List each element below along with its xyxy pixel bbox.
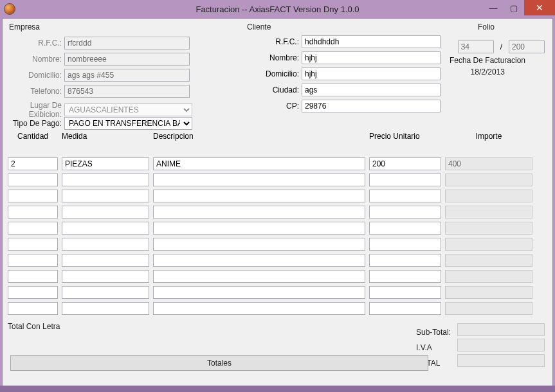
th-descripcion: Descripcion (153, 132, 365, 141)
cantidad-input[interactable] (8, 302, 58, 315)
folio-fecha-label: Fecha De Facturacion (450, 56, 525, 65)
precio-unitario-input[interactable] (369, 206, 441, 218)
bottom-bar (0, 386, 555, 392)
empresa-tipopago-label: Tipo De Pago: (3, 119, 62, 128)
importe-output (445, 238, 532, 251)
importe-output (445, 270, 532, 283)
importe-output (445, 157, 532, 170)
medida-input[interactable] (62, 286, 149, 299)
medida-input[interactable] (62, 238, 149, 251)
empresa-rfc-label: R.F.C.: (3, 39, 62, 48)
importe-output (445, 286, 532, 299)
folio-heading: Folio (478, 22, 495, 31)
descripcion-input[interactable] (153, 286, 365, 299)
precio-unitario-input[interactable] (369, 286, 441, 299)
empresa-telefono-input (64, 85, 190, 98)
importe-output (445, 254, 532, 267)
cliente-domicilio-input[interactable] (302, 67, 441, 80)
cliente-domicilio-label: Domicilio: (257, 69, 299, 78)
table-row (8, 254, 547, 267)
cliente-ciudad-input[interactable] (302, 84, 441, 96)
empresa-nombre-label: Nombre: (3, 55, 62, 64)
cliente-ciudad-label: Ciudad: (257, 85, 299, 94)
cantidad-input[interactable] (8, 286, 58, 299)
cantidad-input[interactable] (8, 270, 58, 283)
descripcion-input[interactable] (153, 157, 365, 170)
descripcion-input[interactable] (153, 190, 365, 202)
total-con-letra-label: Total Con Letra (8, 322, 60, 331)
precio-unitario-input[interactable] (369, 190, 441, 202)
empresa-heading: Empresa (9, 22, 40, 31)
totales-button[interactable]: Totales (10, 355, 428, 371)
descripcion-input[interactable] (153, 254, 365, 267)
table-row (8, 206, 547, 218)
cliente-nombre-input[interactable] (302, 51, 441, 64)
precio-unitario-input[interactable] (369, 157, 441, 170)
table-row (8, 157, 547, 170)
cantidad-input[interactable] (8, 174, 58, 186)
folio-sep: / (496, 42, 506, 51)
medida-input[interactable] (62, 157, 149, 170)
titlebar: Facturacion -- AxiasFACT Version Dny 1.0… (0, 0, 555, 18)
importe-output (445, 206, 532, 218)
descripcion-input[interactable] (153, 302, 365, 315)
medida-input[interactable] (62, 302, 149, 315)
table-row (8, 222, 547, 235)
cliente-cp-label: CP: (257, 102, 299, 111)
precio-unitario-input[interactable] (369, 302, 441, 315)
cliente-rfc-label: R.F.C.: (257, 37, 299, 46)
table-row (8, 174, 547, 186)
empresa-tipopago-select[interactable]: PAGO EN TRANSFERENCIA BANC (64, 117, 192, 130)
empresa-domicilio-input (64, 69, 190, 82)
descripcion-input[interactable] (153, 222, 365, 235)
minimize-button[interactable]: — (483, 0, 504, 15)
th-cantidad: Cantidad (8, 132, 58, 141)
cantidad-input[interactable] (8, 157, 58, 170)
cantidad-input[interactable] (8, 222, 58, 235)
importe-output (445, 174, 532, 186)
cantidad-input[interactable] (8, 206, 58, 218)
medida-input[interactable] (62, 206, 149, 218)
th-importe: Importe (445, 132, 532, 141)
close-button[interactable]: ✕ (524, 0, 555, 15)
empresa-lugar-label: Lugar De Exibicion: (3, 101, 62, 119)
cantidad-input[interactable] (8, 190, 58, 202)
client-area: Empresa R.F.C.: Nombre: Domicilio: Telef… (2, 18, 553, 390)
total-value (457, 354, 545, 367)
cliente-cp-input[interactable] (302, 100, 441, 112)
medida-input[interactable] (62, 222, 149, 235)
table-row (8, 286, 547, 299)
precio-unitario-input[interactable] (369, 270, 441, 283)
descripcion-input[interactable] (153, 270, 365, 283)
precio-unitario-input[interactable] (369, 174, 441, 186)
precio-unitario-input[interactable] (369, 238, 441, 251)
cliente-rfc-input[interactable] (302, 35, 441, 48)
table-row (8, 190, 547, 202)
table-row (8, 270, 547, 283)
th-medida: Medida (62, 132, 149, 141)
empresa-nombre-input (64, 53, 190, 66)
folio-fecha-value: 18/2/2013 (471, 67, 505, 76)
iva-value (457, 339, 545, 352)
folio-b-input (509, 40, 545, 53)
folio-a-input (458, 40, 494, 53)
cliente-heading: Cliente (247, 22, 271, 31)
cantidad-input[interactable] (8, 238, 58, 251)
subtotal-label: Sub-Total: (416, 325, 451, 340)
empresa-telefono-label: Telefono: (3, 87, 62, 96)
importe-output (445, 190, 532, 202)
precio-unitario-input[interactable] (369, 254, 441, 267)
medida-input[interactable] (62, 190, 149, 202)
descripcion-input[interactable] (153, 174, 365, 186)
descripcion-input[interactable] (153, 238, 365, 251)
empresa-rfc-input (64, 37, 190, 49)
descripcion-input[interactable] (153, 206, 365, 218)
medida-input[interactable] (62, 270, 149, 283)
cliente-nombre-label: Nombre: (257, 53, 299, 62)
precio-unitario-input[interactable] (369, 222, 441, 235)
medida-input[interactable] (62, 174, 149, 186)
medida-input[interactable] (62, 254, 149, 267)
line-items-grid (8, 157, 547, 318)
cantidad-input[interactable] (8, 254, 58, 267)
maximize-button[interactable]: ▢ (504, 0, 524, 15)
